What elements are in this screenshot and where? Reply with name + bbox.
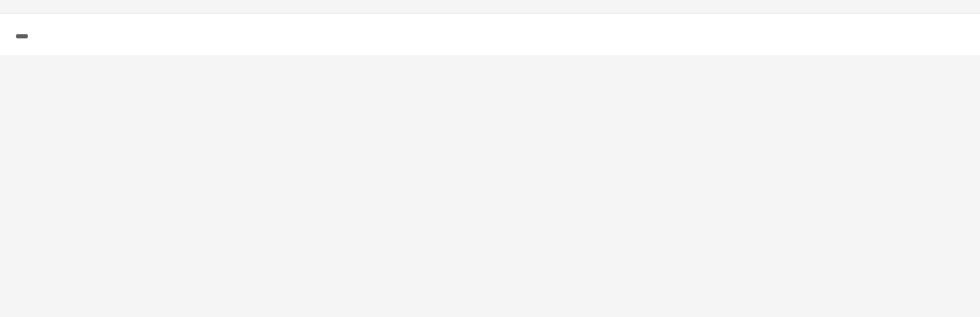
main-content [0, 14, 980, 55]
page-header [0, 0, 980, 14]
tabs-container [10, 14, 970, 22]
section-header [10, 34, 970, 38]
add-env-var-button[interactable] [16, 34, 28, 38]
env-section [10, 34, 970, 38]
